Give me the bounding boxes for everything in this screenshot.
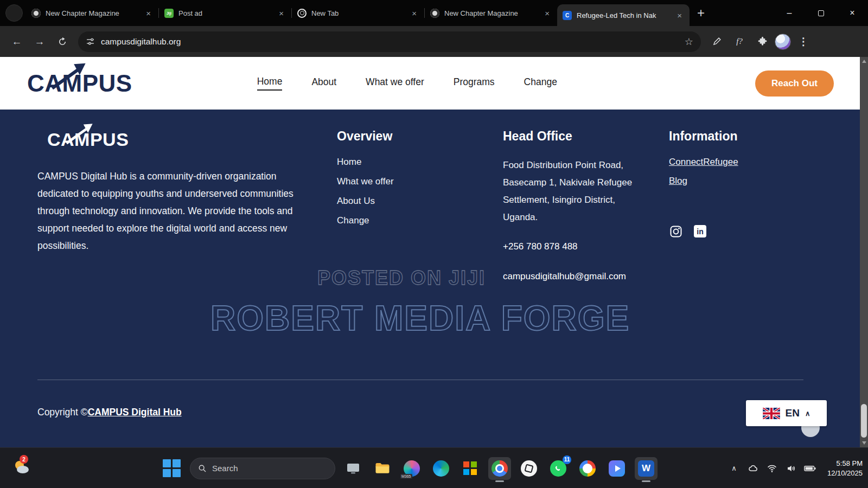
word-button[interactable]	[635, 457, 658, 480]
language-selector[interactable]: EN	[746, 400, 827, 426]
tab-refugee-led-tech-active[interactable]: Refugee-Led Tech in Nak ×	[557, 4, 690, 26]
microsoft-365-button[interactable]	[459, 457, 482, 480]
word-icon	[638, 460, 654, 477]
nav-what-we-offer[interactable]: What we offer	[366, 76, 424, 90]
scrollbar-thumb[interactable]	[861, 404, 867, 438]
taskbar-search[interactable]: Search	[190, 458, 335, 479]
volume-icon[interactable]	[785, 463, 797, 474]
footer-description: CAMPUS Digital Hub is a community-driven…	[37, 168, 309, 254]
extensions-puzzle-icon[interactable]	[752, 31, 773, 52]
footer-link-what-we-offer[interactable]: What we offer	[337, 176, 467, 187]
edge-button[interactable]	[430, 457, 452, 480]
footer-columns: CAMPUS CAMPUS Digital Hub is a community…	[37, 129, 860, 285]
url-text[interactable]: campusdigitalhub.org	[101, 37, 679, 47]
site-info-icon[interactable]	[86, 37, 95, 46]
chatgpt-favicon-icon	[297, 9, 307, 18]
search-icon	[198, 464, 207, 473]
chatgpt-button[interactable]	[518, 457, 540, 480]
magazine-favicon-icon	[430, 9, 439, 18]
office-email[interactable]: campusdigitalhub@gmail.com	[503, 268, 636, 285]
campus-favicon-icon	[563, 11, 572, 20]
onedrive-cloud-icon[interactable]	[747, 463, 759, 474]
font-extension-icon[interactable]	[729, 31, 750, 52]
jiji-favicon-icon	[164, 9, 174, 18]
tab-new-chapter-magazine-1[interactable]: New Chapter Magazine ×	[26, 3, 158, 23]
chrome-icon	[492, 460, 508, 477]
system-tray: 5:58 PM 12/10/2025	[728, 448, 863, 488]
copyright-link[interactable]: CAMPUS Digital Hub	[88, 407, 182, 418]
tray-chevron-up-icon[interactable]	[728, 463, 740, 474]
tab-search-button[interactable]	[5, 4, 23, 22]
copilot-m365-label: M365	[400, 474, 412, 479]
magazine-favicon-icon	[31, 9, 41, 18]
scrollbar-up-arrow[interactable]	[862, 60, 866, 63]
overview-title: Overview	[337, 129, 467, 144]
file-explorer-button[interactable]	[371, 457, 394, 480]
start-button[interactable]	[161, 457, 183, 480]
battery-icon[interactable]	[804, 463, 816, 474]
back-button[interactable]	[7, 31, 27, 52]
chatgpt-icon	[521, 460, 537, 477]
task-view-icon	[346, 461, 361, 476]
tab-title: Post ad	[178, 9, 272, 17]
window-controls: – ×	[774, 0, 868, 26]
reach-out-button[interactable]: Reach Out	[755, 70, 834, 97]
footer-link-blog[interactable]: Blog	[669, 176, 805, 187]
media-player-button[interactable]	[605, 457, 628, 480]
new-tab-button[interactable]: +	[697, 7, 705, 20]
chrome-button[interactable]	[488, 457, 511, 480]
scrollbar-down-arrow[interactable]	[862, 441, 866, 445]
whatsapp-badge: 11	[563, 455, 571, 464]
tab-close-icon[interactable]: ×	[277, 8, 286, 18]
copilot-m365-button[interactable]: M365	[400, 457, 423, 480]
task-view-button[interactable]	[342, 457, 365, 480]
nav-programs[interactable]: Programs	[454, 76, 495, 90]
nav-home[interactable]: Home	[257, 76, 283, 91]
tab-close-icon[interactable]: ×	[410, 8, 419, 18]
tab-title: New Chapter Magazine	[444, 9, 538, 17]
office-phone[interactable]: +256 780 878 488	[503, 241, 636, 252]
footer-divider	[37, 380, 803, 380]
wifi-icon[interactable]	[766, 463, 778, 474]
google-button[interactable]	[576, 457, 599, 480]
head-office-title: Head Office	[503, 129, 636, 144]
minimize-button[interactable]: –	[774, 0, 805, 26]
reload-button[interactable]	[52, 31, 73, 52]
forward-button[interactable]	[29, 31, 50, 52]
instagram-icon[interactable]	[669, 224, 682, 238]
footer-link-connectrefugee[interactable]: ConnectRefugee	[669, 157, 805, 168]
bookmark-star-icon[interactable]	[685, 36, 693, 48]
footer-link-change[interactable]: Change	[337, 215, 467, 226]
tab-new-tab[interactable]: New Tab ×	[292, 3, 424, 23]
uk-flag-icon	[763, 408, 780, 419]
tab-close-icon[interactable]: ×	[144, 8, 153, 18]
maximize-button[interactable]	[805, 0, 837, 26]
office-address: Food Distribution Point Road, Basecamp 1…	[503, 157, 636, 226]
pencil-extension-icon[interactable]	[706, 31, 727, 52]
tab-close-icon[interactable]: ×	[542, 8, 552, 18]
browser-toolbar: campusdigitalhub.org	[0, 26, 868, 57]
footer-about-column: CAMPUS CAMPUS Digital Hub is a community…	[37, 129, 309, 285]
profile-avatar[interactable]	[775, 34, 791, 50]
page-scrollbar[interactable]	[860, 57, 868, 447]
tab-close-icon[interactable]: ×	[675, 10, 684, 21]
information-title: Information	[669, 129, 805, 144]
footer-link-home[interactable]: Home	[337, 157, 467, 168]
copyright-prefix: Copyright ©	[37, 407, 88, 418]
folder-icon	[374, 460, 391, 477]
taskbar-clock[interactable]: 5:58 PM 12/10/2025	[827, 459, 863, 478]
address-bar[interactable]: campusdigitalhub.org	[78, 31, 701, 52]
weather-widget[interactable]: 2	[12, 458, 34, 479]
footer-link-about-us[interactable]: About Us	[337, 196, 467, 207]
nav-about[interactable]: About	[311, 76, 336, 90]
tab-post-ad[interactable]: Post ad ×	[159, 3, 291, 23]
linkedin-icon[interactable]	[693, 224, 707, 238]
footer-overview-column: Overview Home What we offer About Us Cha…	[337, 129, 467, 285]
tab-new-chapter-magazine-2[interactable]: New Chapter Magazine ×	[425, 3, 557, 23]
footer-campus-logo[interactable]: CAMPUS	[47, 129, 129, 150]
nav-change[interactable]: Change	[524, 76, 557, 90]
campus-logo[interactable]: CAMPUS	[27, 70, 132, 97]
close-window-button[interactable]: ×	[837, 0, 868, 26]
browser-menu-button[interactable]	[793, 31, 814, 52]
whatsapp-button[interactable]: 11	[547, 457, 570, 480]
